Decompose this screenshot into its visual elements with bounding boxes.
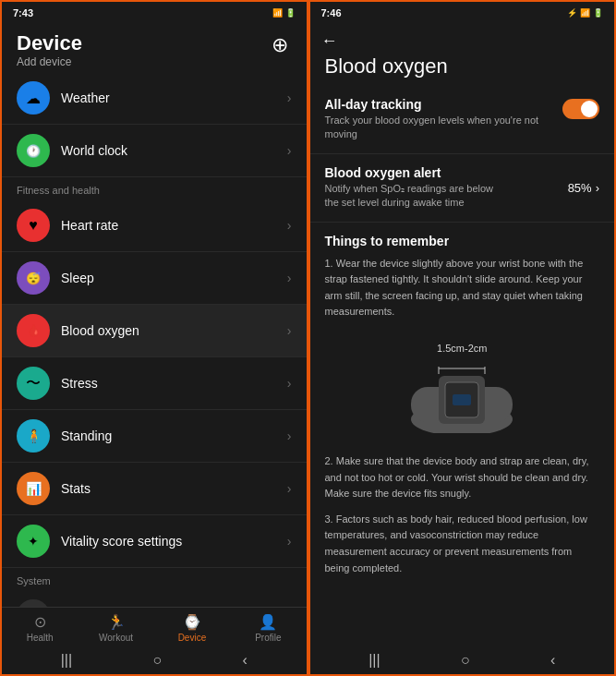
- fitness-section-label: Fitness and health: [2, 177, 307, 199]
- left-scroll-area: ☁ Weather › 🕐 World clock › Fitness and …: [2, 72, 307, 607]
- stress-icon: 〜: [17, 367, 50, 400]
- standing-label: Standing: [61, 429, 287, 443]
- svg-rect-4: [453, 394, 471, 405]
- menu-item-stress[interactable]: 〜 Stress ›: [2, 357, 307, 410]
- menu-item-world-clock[interactable]: 🕐 World clock ›: [2, 125, 307, 177]
- alert-arrow-icon: ›: [596, 181, 599, 195]
- time-left: 7:43: [13, 7, 33, 18]
- status-bar-left: 7:43 📶 🔋: [2, 2, 307, 24]
- heart-rate-icon: ♥: [17, 209, 50, 242]
- all-day-tracking-title: All-day tracking: [325, 97, 556, 112]
- gesture-home-icon-right[interactable]: ○: [461, 652, 470, 669]
- menu-item-vitality[interactable]: ✦ Vitality score settings ›: [2, 515, 307, 568]
- stress-label: Stress: [61, 376, 287, 391]
- workout-nav-label: Workout: [99, 633, 133, 643]
- bottom-nav-left: ⊙ Health 🏃 Workout ⌚ Device 👤 Profile: [2, 607, 307, 646]
- nav-profile[interactable]: 👤 Profile: [230, 613, 306, 643]
- things-section: Things to remember 1. Wear the device sl…: [310, 223, 615, 588]
- gesture-back-icon[interactable]: ‹: [243, 652, 248, 669]
- header-text: Device Add device: [17, 31, 82, 68]
- sleep-label: Sleep: [61, 271, 287, 285]
- all-day-tracking-toggle[interactable]: [562, 99, 599, 119]
- right-scroll-area: All-day tracking Track your blood oxygen…: [310, 86, 615, 646]
- vitality-label: Vitality score settings: [61, 534, 287, 549]
- weather-icon: ☁: [17, 81, 50, 115]
- gesture-bar-right: ||| ○ ‹: [310, 646, 615, 674]
- workout-nav-icon: 🏃: [107, 613, 126, 631]
- stats-arrow: ›: [287, 481, 292, 496]
- nav-device[interactable]: ⌚ Device: [154, 613, 230, 643]
- stress-arrow: ›: [287, 376, 292, 391]
- add-device-subtitle: Add device: [17, 55, 82, 68]
- device-nav-label: Device: [178, 633, 207, 643]
- add-device-button[interactable]: ⊕: [268, 31, 292, 59]
- menu-item-system-partial[interactable]: [2, 590, 307, 607]
- vitality-icon: ✦: [17, 525, 50, 558]
- gesture-back-icon-right[interactable]: ‹: [550, 652, 555, 669]
- world-clock-label: World clock: [61, 143, 287, 158]
- menu-item-heart-rate[interactable]: ♥ Heart rate ›: [2, 199, 307, 252]
- status-icons-left: 📶 🔋: [272, 8, 296, 18]
- profile-nav-label: Profile: [255, 633, 281, 643]
- wrist-diagram: 1.5cm-2cm: [325, 332, 600, 444]
- world-clock-icon: 🕐: [17, 134, 50, 167]
- device-header: Device Add device ⊕: [2, 24, 307, 72]
- gesture-home-icon[interactable]: ○: [152, 652, 162, 669]
- bluetooth-icon: ⚡: [567, 8, 577, 18]
- nav-health[interactable]: ⊙ Health: [2, 613, 78, 643]
- thing1-text: 1. Wear the device slightly above your w…: [325, 256, 600, 320]
- right-phone: 7:46 ⚡ 📶 🔋 ← Blood oxygen All-day tracki…: [308, 0, 617, 676]
- device-title: Device: [17, 31, 82, 55]
- menu-item-stats[interactable]: 📊 Stats ›: [2, 463, 307, 515]
- battery-icon: 🔋: [285, 8, 296, 18]
- health-nav-icon: ⊙: [34, 613, 46, 631]
- measurement-label: 1.5cm-2cm: [437, 343, 487, 354]
- wifi-icon: 📶: [272, 8, 283, 18]
- back-button[interactable]: ←: [321, 31, 338, 51]
- blood-oxygen-title: Blood oxygen: [310, 54, 615, 86]
- device-nav-icon: ⌚: [183, 613, 201, 631]
- health-nav-label: Health: [27, 633, 54, 643]
- heart-rate-arrow: ›: [287, 218, 292, 233]
- all-day-tracking-section: All-day tracking Track your blood oxygen…: [310, 86, 615, 154]
- all-day-tracking-subtitle: Track your blood oxygen levels when you'…: [325, 114, 556, 142]
- sleep-icon: 😴: [17, 261, 50, 295]
- nav-workout[interactable]: 🏃 Workout: [78, 613, 153, 643]
- gesture-menu-icon-right[interactable]: |||: [368, 652, 380, 669]
- status-bar-right: 7:46 ⚡ 📶 🔋: [310, 2, 615, 24]
- standing-icon: 🧍: [17, 419, 50, 453]
- thing2-text: 2. Make sure that the device body and st…: [325, 453, 600, 502]
- status-icons-right: ⚡ 📶 🔋: [567, 8, 603, 18]
- alert-title: Blood oxygen alert: [325, 165, 510, 180]
- standing-arrow: ›: [287, 429, 292, 443]
- toggle-knob: [581, 101, 598, 117]
- all-day-tracking-text: All-day tracking Track your blood oxygen…: [325, 97, 556, 142]
- menu-item-blood-oxygen[interactable]: 🩸 Blood oxygen ›: [2, 305, 307, 357]
- alert-subtitle: Notify when SpO₂ readings are below the …: [325, 182, 510, 211]
- alert-left: Blood oxygen alert Notify when SpO₂ read…: [325, 165, 510, 211]
- alert-value: 85%: [568, 181, 592, 195]
- vitality-arrow: ›: [287, 534, 292, 549]
- blood-oxygen-icon: 🩸: [17, 314, 50, 347]
- menu-item-weather[interactable]: ☁ Weather ›: [2, 72, 307, 125]
- wrist-svg: [397, 359, 526, 433]
- menu-item-sleep[interactable]: 😴 Sleep ›: [2, 252, 307, 305]
- alert-right: 85% ›: [568, 181, 599, 195]
- sleep-arrow: ›: [287, 271, 292, 285]
- blood-oxygen-label: Blood oxygen: [61, 323, 287, 338]
- signal-icon: 📶: [580, 8, 590, 18]
- gesture-bar-left: ||| ○ ‹: [2, 646, 307, 674]
- profile-nav-icon: 👤: [259, 613, 277, 631]
- gesture-menu-icon[interactable]: |||: [61, 652, 72, 669]
- stats-icon: 📊: [17, 472, 50, 505]
- thing3-text: 3. Factors such as body hair, reduced bl…: [325, 512, 600, 576]
- menu-item-standing[interactable]: 🧍 Standing ›: [2, 410, 307, 463]
- blood-oxygen-arrow: ›: [287, 323, 292, 338]
- system-section-label: System: [2, 568, 307, 590]
- weather-arrow: ›: [287, 91, 292, 105]
- left-phone: 7:43 📶 🔋 Device Add device ⊕ ☁ Weather ›…: [0, 0, 308, 676]
- heart-rate-label: Heart rate: [61, 218, 287, 233]
- blood-oxygen-alert-row[interactable]: Blood oxygen alert Notify when SpO₂ read…: [310, 154, 615, 223]
- things-title: Things to remember: [325, 234, 600, 248]
- battery-icon-right: 🔋: [593, 8, 603, 18]
